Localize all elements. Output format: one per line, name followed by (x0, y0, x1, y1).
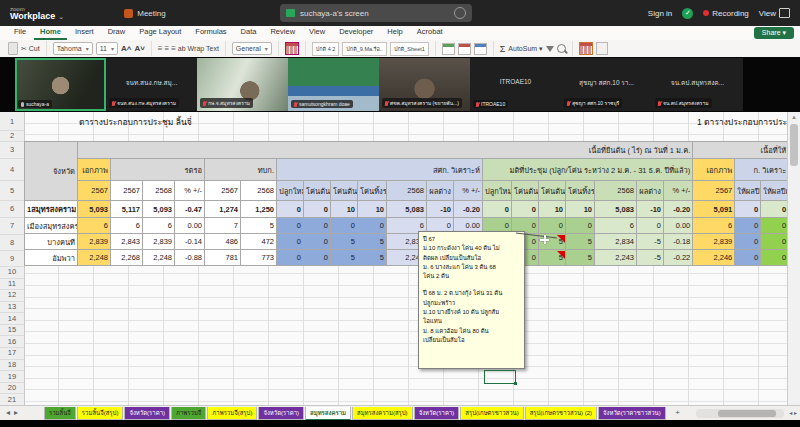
row-number[interactable]: 5 (0, 180, 24, 201)
subheader-cell[interactable]: โค่นทิ้งรวม (566, 181, 595, 201)
sheet-tab[interactable]: รวมลิ้นจี่(สรุป) (77, 407, 124, 420)
row-number[interactable]: 4 (0, 158, 24, 181)
delete-cells-icon[interactable] (458, 43, 471, 55)
number-format-select[interactable]: General▾ (232, 42, 272, 55)
view-button[interactable]: View (759, 8, 790, 18)
find-select-icon[interactable] (557, 44, 566, 53)
video-tile[interactable]: จน.คป.สมุทรสงค...จน.คป.สมุทรสงคราม (652, 58, 743, 111)
province-name-cell[interactable]: อัมพวา (25, 250, 78, 266)
subheader-cell[interactable]: ให้ผลปีแรก (735, 181, 761, 201)
subheader-cell[interactable]: โค่นต้นใหญ่ (331, 181, 358, 201)
value-cell[interactable]: 6 (693, 218, 735, 234)
vertical-scroll-thumb[interactable] (790, 124, 798, 166)
cut-button[interactable]: ✂ Cut (21, 45, 40, 53)
value-cell[interactable]: 0 (512, 201, 539, 218)
sheet-tab[interactable]: จังหวัด(ราคา) (414, 407, 460, 420)
value-cell[interactable]: 0 (277, 234, 304, 250)
value-cell[interactable]: 5,093 (78, 201, 111, 218)
menu-tab-formulas[interactable]: Formulas (189, 26, 232, 40)
value-cell[interactable]: 0 (566, 218, 595, 234)
subheader-cell[interactable]: ปลูกใหม่ (483, 181, 512, 201)
value-cell[interactable]: 2,839 (78, 234, 111, 250)
value-cell[interactable]: 6 (111, 218, 143, 234)
video-tile[interactable]: สุชญา สศก.10 รา...สุชญา สศก.10 ราชบุรี (561, 58, 652, 111)
value-cell[interactable]: 2,243 (595, 250, 637, 266)
value-cell[interactable]: 0 (735, 234, 761, 250)
menu-tab-file[interactable]: File (8, 26, 32, 40)
province-name-cell[interactable]: เมืองสมุทรสงคราม (25, 218, 78, 234)
autosum-button[interactable]: AutoSum ▾ (508, 45, 542, 53)
value-cell[interactable]: 2,248 (78, 250, 111, 266)
video-tile[interactable]: samutsongkhram doae (288, 58, 379, 111)
value-cell[interactable]: 5,091 (693, 201, 735, 218)
province-name-cell[interactable]: บางคนที (25, 234, 78, 250)
increase-font-button[interactable]: A˄ (121, 44, 131, 53)
value-cell[interactable]: 0.00 (175, 218, 205, 234)
subheader-cell[interactable]: 2568 (241, 181, 277, 201)
menu-tab-view[interactable]: View (303, 26, 331, 40)
menu-tab-draw[interactable]: Draw (102, 26, 132, 40)
sheet-tab[interactable]: จังหวัด(ราคา) (258, 407, 304, 420)
value-cell[interactable]: 0.00 (664, 218, 693, 234)
province-name-cell[interactable]: 1สมุทรสงคราม (25, 201, 78, 218)
value-cell[interactable]: 0 (637, 218, 664, 234)
value-cell[interactable]: 2,839 (693, 234, 735, 250)
value-cell[interactable]: 2,246 (693, 250, 735, 266)
row-number[interactable]: 9 (0, 250, 24, 267)
value-cell[interactable]: 0 (277, 250, 304, 266)
share-button[interactable]: Share ▾ (754, 27, 794, 39)
insert-cells-icon[interactable] (442, 43, 455, 55)
cell-style-item[interactable]: ปกติ_Sheet1 (390, 42, 429, 56)
sheet-tab[interactable]: รวมลิ้นจี่ (44, 407, 76, 420)
value-cell[interactable]: 0 (277, 201, 304, 218)
vertical-scrollbar[interactable]: ▲ (787, 112, 800, 405)
value-cell[interactable]: 6 (143, 218, 175, 234)
value-cell[interactable]: 5 (566, 250, 595, 266)
header-area-band-right[interactable]: เนื้อที่ให้ (693, 142, 789, 159)
header-unity-2[interactable]: เอกภาพ (693, 159, 735, 181)
value-cell[interactable]: 0 (304, 201, 331, 218)
value-cell[interactable]: 10 (539, 201, 566, 218)
row-number[interactable]: 7 (0, 217, 24, 235)
value-cell[interactable]: 1,250 (241, 201, 277, 218)
value-cell[interactable]: 486 (205, 234, 241, 250)
pdf-addin-icon[interactable] (596, 42, 608, 55)
subheader-cell[interactable]: 2567 (205, 181, 241, 201)
menu-tab-data[interactable]: Data (235, 26, 263, 40)
subheader-cell[interactable]: % +/- (454, 181, 483, 201)
value-cell[interactable]: 781 (205, 250, 241, 266)
conditional-formatting-icon[interactable] (285, 42, 299, 55)
add-sheet-button[interactable]: + (672, 407, 684, 419)
value-cell[interactable]: 5,083 (387, 201, 427, 218)
horizontal-scroll-thumb[interactable] (718, 410, 776, 417)
value-cell[interactable]: 2,843 (111, 234, 143, 250)
subheader-cell[interactable]: โค่นทิ้งรวม (358, 181, 387, 201)
header-meeting-resolution[interactable]: มติที่ประชุม (ปลูก/โค่น ระหว่าง 2 ม.ค. -… (483, 159, 693, 181)
sheet-tab[interactable]: จังหวัด(ราคาชาวสวน) (598, 407, 666, 420)
align-middle-icon[interactable]: ≡ (165, 44, 169, 53)
sort-filter-icon[interactable] (546, 46, 554, 52)
decrease-font-button[interactable]: A˅ (134, 44, 144, 53)
subheader-cell[interactable]: 2568 (143, 181, 175, 201)
row-number[interactable]: 1 (0, 112, 24, 131)
value-cell[interactable]: 5,093 (143, 201, 175, 218)
video-tile[interactable]: จนท.สนง.กษ.สมุ...จนท.สนง.กษ.สมุทรสงคราม (106, 58, 197, 111)
value-cell[interactable]: 5 (331, 234, 358, 250)
value-cell[interactable]: 0 (358, 218, 387, 234)
value-cell[interactable]: 0 (761, 201, 789, 218)
header-area-band[interactable]: เนื้อที่ยืนต้น ( ไร่) ณ วันที่ 1 ม.ค. (78, 142, 693, 159)
value-cell[interactable]: 5 (241, 218, 277, 234)
subheader-cell[interactable]: ให้ผลปีแรก (761, 181, 789, 201)
value-cell[interactable]: -0.88 (175, 250, 205, 266)
menu-tab-help[interactable]: Help (381, 26, 408, 40)
subheader-cell[interactable]: โค่นต้นเล็ก (512, 181, 539, 201)
value-cell[interactable]: 0 (277, 218, 304, 234)
value-cell[interactable]: 10 (358, 201, 387, 218)
menu-tab-review[interactable]: Review (264, 26, 301, 40)
row-number[interactable]: 6 (0, 200, 24, 218)
row-number[interactable]: 21 (0, 393, 24, 405)
subheader-cell[interactable]: ผลต่าง (637, 181, 664, 201)
value-cell[interactable]: 0 (331, 218, 358, 234)
security-shield-icon[interactable]: ✓ (682, 8, 693, 19)
video-tile[interactable]: ITROAE10ITROAE10 (470, 58, 561, 111)
